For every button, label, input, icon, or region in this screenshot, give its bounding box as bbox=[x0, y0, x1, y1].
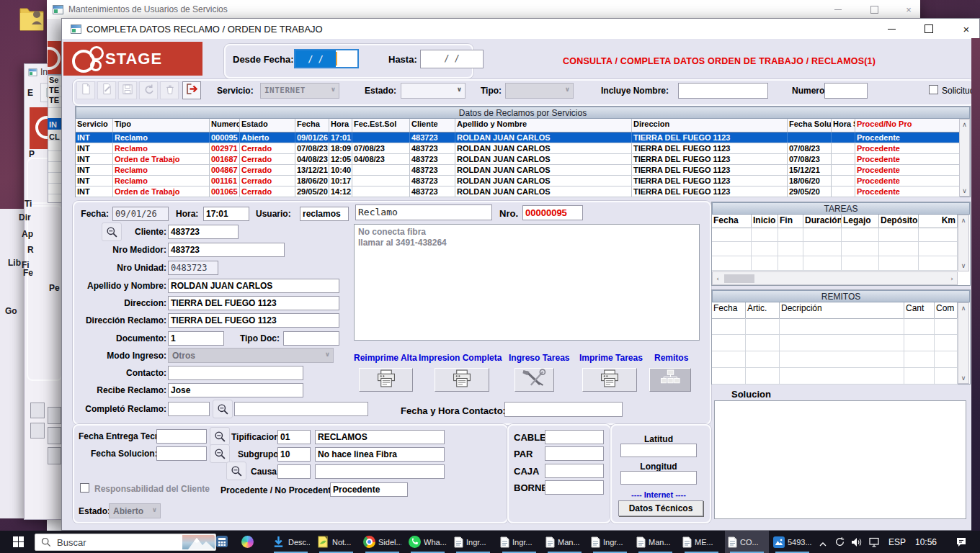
longitud-field[interactable] bbox=[620, 471, 697, 485]
apellido-field[interactable]: ROLDAN JUAN CARLOS bbox=[168, 279, 339, 293]
taskbar-app-5493[interactable]: 5493... bbox=[770, 531, 814, 553]
fecha-solucion-field[interactable] bbox=[156, 446, 207, 461]
completo-nombre-field[interactable] bbox=[234, 402, 368, 416]
direccion-reclamo-field[interactable]: TIERRA DEL FUEGO 1123 bbox=[168, 313, 339, 328]
close-button[interactable]: × bbox=[950, 19, 980, 39]
claims-table-scrollbar[interactable]: ∧ ∨ bbox=[959, 119, 970, 197]
reclamo-tipo-field[interactable]: Reclamo bbox=[355, 204, 492, 220]
remitos-vscrollbar[interactable]: ∧ ∨ bbox=[958, 302, 969, 384]
taskbar-app-not[interactable]: Not... bbox=[314, 531, 358, 553]
search-highlight-image[interactable] bbox=[182, 535, 215, 549]
tipificacion-code-field[interactable]: 01 bbox=[277, 430, 311, 444]
tareas-vscrollbar[interactable]: ∧ ∨ bbox=[958, 215, 969, 271]
scroll-down-icon[interactable]: ∨ bbox=[958, 374, 968, 382]
recibe-reclamo-field[interactable]: Jose bbox=[168, 383, 303, 397]
table-row[interactable]: INTReclamo004867Cerrado13/12/2110:404837… bbox=[76, 165, 960, 176]
estado-dropdown[interactable]: ∨ bbox=[401, 83, 466, 99]
responsabilidad-checkbox[interactable] bbox=[80, 483, 89, 493]
table-row[interactable]: INTReclamo000095Abierto09/01/2617:014837… bbox=[76, 132, 960, 143]
minimize-button[interactable] bbox=[875, 19, 908, 39]
imprime-tareas-button[interactable] bbox=[582, 368, 637, 392]
cable-field[interactable] bbox=[545, 430, 604, 444]
search-box[interactable]: Buscar bbox=[35, 534, 216, 551]
scroll-down-icon[interactable]: ∨ bbox=[958, 261, 968, 270]
completo-reclamo-field[interactable] bbox=[168, 402, 210, 416]
table-row[interactable]: INTReclamo001161Cerrado18/06/2010:174837… bbox=[76, 176, 960, 186]
taskbar-app-ingr[interactable]: Ingr... bbox=[451, 531, 495, 553]
table-row[interactable]: INTOrden de Trabajo001065Cerrado29/05/20… bbox=[76, 186, 960, 197]
copilot-icon[interactable] bbox=[241, 536, 254, 548]
causa-search-button[interactable] bbox=[226, 462, 246, 480]
tray-clock[interactable]: 10:56 bbox=[915, 537, 937, 547]
scroll-up-icon[interactable]: ∧ bbox=[960, 120, 969, 129]
caja-field[interactable] bbox=[545, 464, 604, 478]
impresion-completa-button[interactable] bbox=[435, 368, 489, 392]
maximize-button[interactable] bbox=[912, 19, 945, 39]
scroll-thumb[interactable] bbox=[724, 274, 754, 283]
taskbar-app-ingr[interactable]: Ingr... bbox=[588, 531, 632, 553]
cliente-field[interactable]: 483723 bbox=[168, 225, 239, 239]
outer-maximize-button[interactable] bbox=[858, 0, 891, 19]
causa-code-field[interactable] bbox=[277, 464, 311, 479]
fecha-entrega-field[interactable] bbox=[156, 429, 207, 444]
taskbar-app-sidel[interactable]: Sidel... bbox=[360, 531, 404, 553]
incluye-nombre-input[interactable] bbox=[678, 83, 768, 99]
desde-fecha-input[interactable]: / / bbox=[294, 49, 359, 68]
reimprime-alta-button[interactable] bbox=[359, 368, 413, 392]
tipificacion-search-button[interactable] bbox=[210, 427, 230, 446]
contacto-field[interactable] bbox=[168, 366, 303, 380]
documento-field[interactable]: 1 bbox=[168, 331, 224, 346]
cell-proced-no-pro: Procedente bbox=[855, 176, 960, 186]
scroll-up-icon[interactable]: ∧ bbox=[958, 304, 968, 313]
fecha-hora-contacto-field[interactable] bbox=[504, 402, 623, 417]
start-button[interactable] bbox=[6, 531, 30, 553]
numero-input[interactable] bbox=[824, 83, 868, 99]
solicitudes-checkbox[interactable] bbox=[929, 85, 938, 94]
cell-fec-est-sol: 04/08/23 bbox=[352, 154, 410, 164]
taskbar-app-me[interactable]: ME... bbox=[680, 531, 723, 553]
subgrupo-code-field[interactable]: 10 bbox=[277, 447, 311, 462]
table-row[interactable]: INTReclamo002971Cerrado07/08/2318:0907/0… bbox=[76, 143, 960, 154]
exit-button[interactable] bbox=[182, 81, 201, 99]
scroll-left-icon[interactable]: ‹ bbox=[714, 274, 721, 283]
solucion-textarea[interactable] bbox=[714, 400, 966, 519]
tray-network-icon[interactable] bbox=[869, 537, 881, 550]
scroll-down-icon[interactable]: ∨ bbox=[960, 186, 969, 195]
descripcion-textarea[interactable]: No conecta fibra llamar al 3491-438264 bbox=[354, 224, 700, 341]
outer-close-button[interactable]: × bbox=[892, 0, 925, 19]
direccion-field[interactable]: TIERRA DEL FUEGO 1123 bbox=[168, 296, 339, 310]
table-row[interactable]: INTOrden de Trabajo001687Cerrado04/08/23… bbox=[76, 154, 960, 165]
subgrupo-search-button[interactable] bbox=[210, 444, 230, 463]
outer-minimize-button[interactable] bbox=[821, 0, 855, 19]
taskbar-app-wha[interactable]: Wha... bbox=[406, 531, 450, 553]
taskbar-app-desc[interactable]: Desc... bbox=[269, 531, 313, 553]
cliente-search-button[interactable] bbox=[102, 222, 122, 241]
usuario-field[interactable]: reclamos bbox=[300, 207, 349, 221]
taskbar-app-ingr[interactable]: Ingr... bbox=[497, 531, 541, 553]
taskbar-app-man[interactable]: Man... bbox=[633, 531, 677, 553]
taskbar-app-man[interactable]: Man... bbox=[543, 531, 587, 553]
taskbar-app-co[interactable]: CO... bbox=[725, 531, 769, 553]
completo-search-button[interactable] bbox=[213, 400, 233, 418]
latitud-field[interactable] bbox=[620, 444, 697, 457]
calculator-icon[interactable] bbox=[216, 536, 228, 547]
tray-chevron-icon[interactable] bbox=[819, 538, 827, 551]
tray-notification-icon[interactable] bbox=[956, 536, 967, 550]
ingreso-tareas-button[interactable] bbox=[514, 368, 554, 392]
hora-field[interactable]: 17:01 bbox=[203, 207, 249, 221]
desktop-folder-icon[interactable] bbox=[19, 3, 45, 37]
tipo-doc-field[interactable] bbox=[283, 331, 339, 346]
scroll-right-icon[interactable]: › bbox=[948, 274, 956, 283]
tareas-hscrollbar[interactable]: ‹ › bbox=[712, 271, 958, 285]
borne-field[interactable] bbox=[545, 480, 604, 495]
hasta-input[interactable]: / / bbox=[420, 50, 484, 68]
procedente-field: Procedente bbox=[330, 482, 408, 497]
par-field[interactable] bbox=[545, 446, 604, 461]
scroll-up-icon[interactable]: ∧ bbox=[958, 216, 968, 225]
remitos-button[interactable] bbox=[649, 368, 691, 392]
tray-volume-icon[interactable] bbox=[851, 537, 863, 550]
nro-medidor-field[interactable]: 483723 bbox=[168, 243, 285, 257]
tray-sync-icon[interactable] bbox=[834, 536, 845, 550]
tray-language[interactable]: ESP bbox=[888, 537, 906, 547]
datos-tecnicos-button[interactable]: Datos Técnicos bbox=[618, 500, 703, 516]
